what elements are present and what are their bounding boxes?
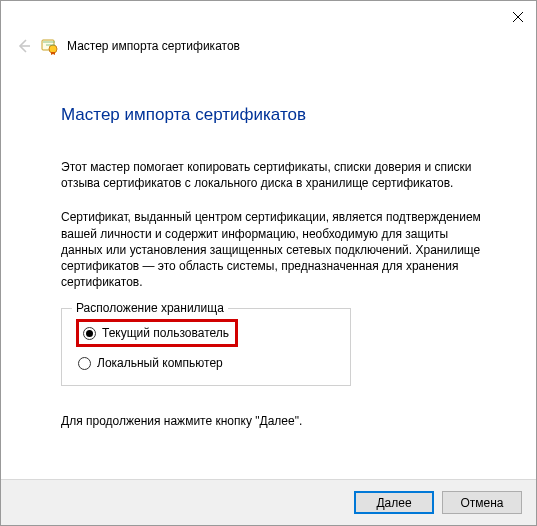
back-arrow-icon — [16, 38, 32, 54]
certificate-icon — [41, 37, 59, 55]
radio-local-computer[interactable]: Локальный компьютер — [76, 353, 336, 373]
close-button[interactable] — [508, 7, 528, 27]
store-location-legend: Расположение хранилища — [72, 301, 228, 315]
wizard-content: Мастер импорта сертификатов Этот мастер … — [1, 55, 536, 428]
back-button[interactable] — [15, 37, 33, 55]
radio-icon — [83, 327, 96, 340]
radio-label: Локальный компьютер — [97, 356, 223, 370]
radio-label: Текущий пользователь — [102, 326, 229, 340]
svg-point-4 — [49, 45, 57, 53]
cancel-button[interactable]: Отмена — [442, 491, 522, 514]
store-location-group: Расположение хранилища Текущий пользоват… — [61, 308, 351, 386]
page-heading: Мастер импорта сертификатов — [61, 105, 486, 125]
radio-icon — [78, 357, 91, 370]
highlight-current-user: Текущий пользователь — [76, 319, 238, 347]
radio-current-user[interactable]: Текущий пользователь — [81, 323, 231, 343]
explain-text: Сертификат, выданный центром сертификаци… — [61, 209, 486, 290]
continue-hint: Для продолжения нажмите кнопку "Далее". — [61, 414, 486, 428]
title-bar — [1, 1, 536, 31]
wizard-title: Мастер импорта сертификатов — [67, 39, 240, 53]
intro-text: Этот мастер помогает копировать сертифик… — [61, 159, 486, 191]
close-icon — [513, 12, 523, 22]
wizard-header: Мастер импорта сертификатов — [1, 31, 536, 55]
button-bar: Далее Отмена — [1, 479, 536, 525]
next-button[interactable]: Далее — [354, 491, 434, 514]
